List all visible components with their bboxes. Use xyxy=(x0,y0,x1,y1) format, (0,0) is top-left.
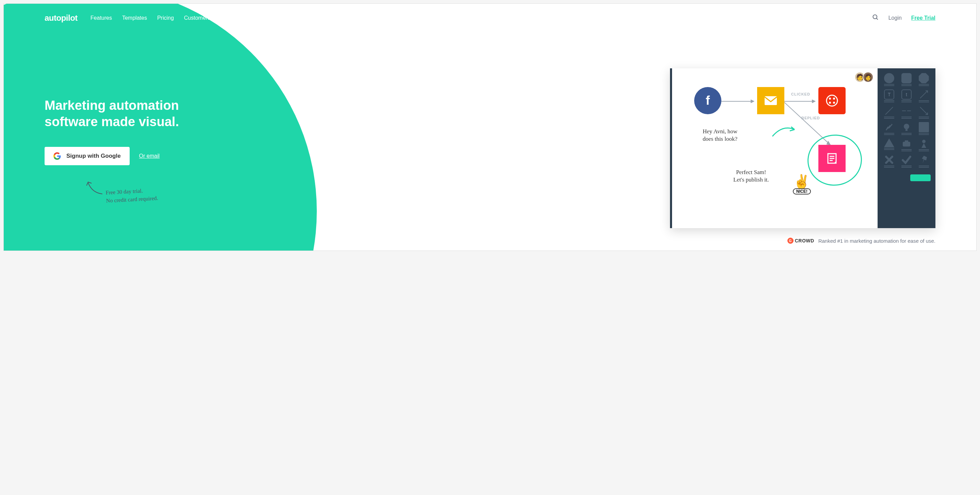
peace-hand-icon: ✌️ xyxy=(793,174,810,190)
header-right: Login Free Trial xyxy=(872,14,935,22)
signup-google-button[interactable]: Signup with Google xyxy=(45,147,130,165)
nav-blog[interactable]: Blog xyxy=(221,15,231,21)
canvas-toolbar: T t xyxy=(878,68,935,228)
tool-circle[interactable] xyxy=(882,73,896,86)
svg-line-1 xyxy=(876,18,878,20)
note-2-line-2: Let's publish it. xyxy=(733,176,769,184)
node-email[interactable] xyxy=(757,87,784,114)
mail-icon xyxy=(764,95,778,106)
nav-pricing[interactable]: Pricing xyxy=(157,15,174,21)
tool-divider[interactable] xyxy=(900,106,914,119)
tool-triangle-icon[interactable] xyxy=(882,138,896,151)
twilio-icon xyxy=(825,94,839,108)
page-frame: autopilot Features Templates Pricing Cus… xyxy=(3,3,977,251)
nav-customers[interactable]: Customers xyxy=(184,15,210,21)
svg-line-16 xyxy=(920,91,928,98)
svg-point-9 xyxy=(829,102,831,104)
svg-rect-24 xyxy=(905,140,908,143)
nice-label: NICE! xyxy=(793,188,811,195)
svg-rect-22 xyxy=(905,129,907,131)
note-2-line-1: Perfect Sam! xyxy=(733,169,769,176)
publish-button[interactable] xyxy=(910,175,931,181)
svg-line-20 xyxy=(920,107,928,114)
connector-arrow xyxy=(721,100,757,103)
svg-point-25 xyxy=(922,140,926,143)
tool-arrow-ne[interactable] xyxy=(917,89,931,102)
canvas-main: 🧑 👩 CLICKED REPLIED f xyxy=(672,68,878,228)
canvas-note-1: Hey Avni, how does this look? xyxy=(703,128,737,143)
g2-icon: G xyxy=(788,238,794,244)
signup-google-label: Signup with Google xyxy=(66,153,121,159)
g2-text: CROWD xyxy=(795,238,814,243)
svg-point-21 xyxy=(904,124,909,129)
arrow-label-clicked: CLICKED xyxy=(791,92,810,96)
hero-headline: Marketing automation software made visua… xyxy=(45,98,221,130)
g2crowd-logo: G CROWD xyxy=(788,238,814,244)
tool-burst-icon[interactable] xyxy=(882,122,896,135)
note-1-line-2: does this look? xyxy=(703,135,737,143)
annotation-arrow-icon xyxy=(771,123,798,140)
brand-logo[interactable]: autopilot xyxy=(45,13,78,23)
cta-row: Signup with Google Or email xyxy=(45,147,221,165)
nav-templates[interactable]: Templates xyxy=(122,15,147,21)
tool-arrow-se[interactable] xyxy=(917,106,931,119)
primary-nav: Features Templates Pricing Customers Blo… xyxy=(91,15,231,21)
site-header: autopilot Features Templates Pricing Cus… xyxy=(4,4,976,23)
google-icon xyxy=(53,152,61,160)
tool-octagon[interactable] xyxy=(917,73,931,86)
tool-camera-icon[interactable] xyxy=(900,138,914,151)
svg-point-6 xyxy=(827,95,837,106)
tool-square[interactable] xyxy=(900,73,914,86)
tool-line[interactable] xyxy=(882,106,896,119)
arrow-label-replied: REPLIED xyxy=(801,116,820,120)
signup-email-link[interactable]: Or email xyxy=(139,153,159,159)
ranking-text: Ranked #1 in marketing automation for ea… xyxy=(818,238,935,244)
tool-text-lower[interactable]: t xyxy=(900,89,914,102)
login-link[interactable]: Login xyxy=(888,15,902,21)
tool-check-icon[interactable] xyxy=(900,155,914,168)
product-canvas: 🧑 👩 CLICKED REPLIED f xyxy=(670,68,935,228)
search-icon[interactable] xyxy=(872,14,879,22)
svg-point-10 xyxy=(833,102,835,104)
node-facebook[interactable]: f xyxy=(694,87,721,114)
note-1-line-1: Hey Avni, how xyxy=(703,128,737,135)
svg-rect-23 xyxy=(903,142,910,146)
tool-text-upper[interactable]: T xyxy=(882,89,896,102)
tool-note-icon[interactable] xyxy=(917,122,931,135)
canvas-note-2: Perfect Sam! Let's publish it. xyxy=(733,169,769,184)
hero-copy: Marketing automation software made visua… xyxy=(45,43,221,202)
tool-person-icon[interactable] xyxy=(917,138,931,151)
tool-pin-icon[interactable] xyxy=(917,155,931,168)
nice-sticker: ✌️ NICE! xyxy=(793,174,811,195)
node-twilio[interactable] xyxy=(818,87,846,114)
svg-rect-5 xyxy=(765,96,777,105)
free-trial-link[interactable]: Free Trial xyxy=(911,15,935,21)
tool-bulb-icon[interactable] xyxy=(900,122,914,135)
headline-line-1: Marketing automation xyxy=(45,98,179,113)
svg-line-17 xyxy=(885,107,893,114)
collaborator-avatars: 🧑 👩 xyxy=(857,72,873,82)
headline-line-2: software made visual. xyxy=(45,114,179,129)
nav-features[interactable]: Features xyxy=(91,15,112,21)
svg-point-7 xyxy=(829,98,831,100)
svg-point-8 xyxy=(833,98,835,100)
footer-ranking: G CROWD Ranked #1 in marketing automatio… xyxy=(788,238,935,244)
trial-note: Free 30 day trial. No credit card requir… xyxy=(105,182,222,205)
tool-close-icon[interactable] xyxy=(882,155,896,168)
avatar[interactable]: 👩 xyxy=(862,72,873,82)
svg-point-0 xyxy=(873,15,877,19)
hand-arrow-icon xyxy=(84,178,106,197)
